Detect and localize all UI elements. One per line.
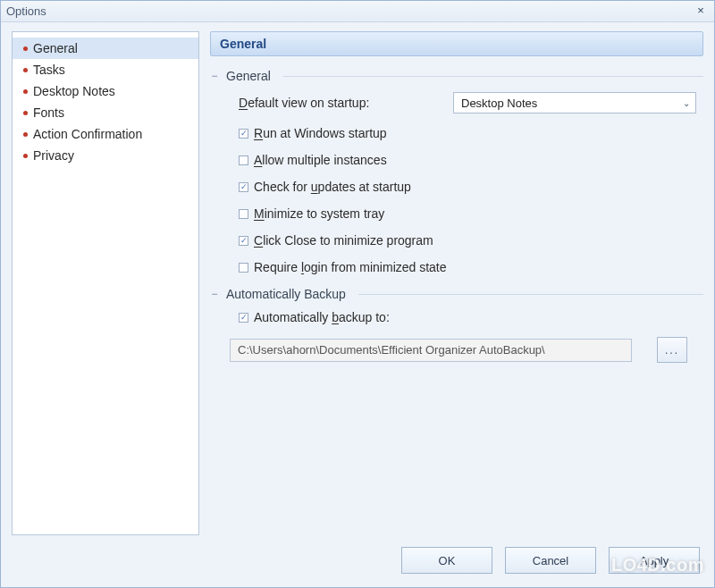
sidebar-item-privacy[interactable]: Privacy	[13, 145, 198, 166]
section-header: General	[210, 31, 703, 56]
sidebar-item-label: Tasks	[33, 63, 65, 77]
titlebar: Options ×	[1, 1, 714, 22]
close-icon[interactable]: ×	[693, 4, 709, 18]
ok-button[interactable]: OK	[401, 547, 492, 574]
bullet-icon	[23, 154, 28, 158]
select-value: Desktop Notes	[461, 97, 537, 110]
chk-auto-backup[interactable]: ✓ Automatically backup to:	[239, 310, 700, 324]
chk-require-login[interactable]: Require login from minimized state	[239, 260, 700, 274]
checkbox-label: Minimize to system tray	[254, 206, 384, 221]
checkbox-label: Click Close to minimize program	[254, 233, 433, 248]
group-general-fields: Default view on startup: Desktop Notes ⌄…	[210, 83, 703, 274]
content-area: General Tasks Desktop Notes Fonts Action…	[1, 22, 714, 542]
checkbox-icon	[239, 209, 248, 219]
checkbox-icon	[239, 263, 248, 273]
checkbox-icon: ✓	[239, 182, 248, 192]
window-title: Options	[6, 4, 46, 18]
sidebar-item-general[interactable]: General	[13, 38, 198, 59]
options-window: Options × General Tasks Desktop Notes Fo…	[0, 0, 715, 588]
group-header-backup: − Automatically Backup	[210, 287, 703, 301]
checkbox-icon: ✓	[239, 313, 248, 323]
group-title: Automatically Backup	[226, 287, 351, 301]
group-backup: − Automatically Backup ✓ Automatically b…	[210, 287, 703, 363]
group-header-general: − General	[210, 69, 703, 83]
bullet-icon	[23, 46, 28, 51]
bullet-icon	[23, 89, 28, 94]
checkbox-icon: ✓	[239, 129, 248, 139]
group-general: − General Default view on startup: Deskt…	[210, 69, 703, 274]
default-view-select[interactable]: Desktop Notes ⌄	[453, 92, 696, 113]
bullet-icon	[23, 132, 28, 137]
sidebar-item-label: Desktop Notes	[33, 84, 115, 98]
sidebar-item-label: Privacy	[33, 148, 74, 163]
sidebar-item-action-confirmation[interactable]: Action Confirmation	[13, 123, 198, 145]
sidebar-item-desktop-notes[interactable]: Desktop Notes	[13, 80, 198, 102]
checkbox-icon: ✓	[239, 236, 248, 246]
chevron-down-icon: ⌄	[683, 98, 690, 108]
checkbox-label: Run at Windows startup	[254, 126, 387, 140]
checkbox-label: Check for updates at startup	[254, 180, 411, 194]
sidebar-item-label: Fonts	[33, 105, 64, 120]
cancel-button[interactable]: Cancel	[505, 547, 596, 574]
sidebar: General Tasks Desktop Notes Fonts Action…	[12, 31, 199, 535]
backup-path-field[interactable]: C:\Users\ahorn\Documents\Efficient Organ…	[230, 339, 632, 362]
button-bar: OK Cancel Apply	[1, 542, 714, 587]
chk-allow-multiple-instances[interactable]: Allow multiple instances	[239, 153, 700, 167]
row-backup-path: C:\Users\ahorn\Documents\Efficient Organ…	[230, 337, 700, 363]
collapse-icon[interactable]: −	[210, 288, 219, 300]
checkbox-label: Require login from minimized state	[254, 260, 447, 274]
chk-minimize-to-tray[interactable]: Minimize to system tray	[239, 206, 700, 221]
bullet-icon	[23, 111, 28, 115]
sidebar-item-fonts[interactable]: Fonts	[13, 102, 198, 123]
checkbox-label: Automatically backup to:	[254, 310, 390, 324]
group-title: General	[226, 69, 276, 83]
bullet-icon	[23, 68, 28, 72]
row-default-view: Default view on startup: Desktop Notes ⌄	[239, 92, 700, 113]
divider	[358, 294, 703, 295]
checkbox-label: Allow multiple instances	[254, 153, 387, 167]
group-backup-fields: ✓ Automatically backup to: C:\Users\ahor…	[210, 301, 703, 363]
divider	[283, 76, 703, 77]
browse-button[interactable]: ...	[657, 337, 687, 363]
chk-check-for-updates[interactable]: ✓ Check for updates at startup	[239, 180, 700, 194]
checkbox-icon	[239, 155, 248, 165]
default-view-label: Default view on startup:	[239, 96, 369, 110]
apply-button[interactable]: Apply	[609, 547, 700, 574]
chk-run-at-startup[interactable]: ✓ Run at Windows startup	[239, 126, 700, 140]
main-panel: General − General Default view on startu…	[210, 31, 703, 535]
sidebar-item-label: Action Confirmation	[33, 127, 142, 141]
collapse-icon[interactable]: −	[210, 70, 219, 82]
chk-close-minimizes[interactable]: ✓ Click Close to minimize program	[239, 233, 700, 248]
sidebar-item-label: General	[33, 41, 78, 55]
sidebar-item-tasks[interactable]: Tasks	[13, 59, 198, 80]
